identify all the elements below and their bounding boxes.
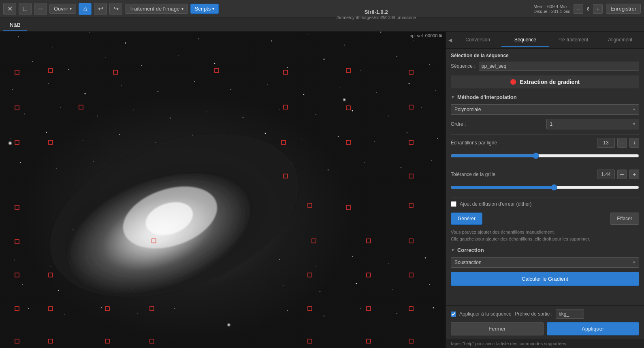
maximize-button[interactable]: □ [19,3,32,15]
svg-point-88 [392,289,393,290]
tab-conversion[interactable]: Conversion [454,34,501,47]
interpolation-section-label: Méthode d'interpolation [457,94,517,100]
tolerance-slider[interactable] [451,184,639,191]
scripts-button[interactable]: Scripts ▾ [190,4,219,14]
echantillons-row: Échantillons par ligne 13 ─ + [451,138,639,148]
image-processing-dropdown-icon: ▾ [181,6,183,11]
open-dropdown-icon: ▾ [70,6,72,11]
svg-point-93 [137,313,138,314]
cmd-hint: Taper "help" pour avoir la liste des com… [450,341,566,346]
info-line1: Vous pouvez ajouter des échantillons man… [451,229,639,236]
main-tabs: N&B [0,18,644,32]
image-processing-button[interactable]: Traitement de l'image ▾ [125,4,188,14]
svg-point-47 [316,114,316,115]
interpolation-section-header[interactable]: ▼ Méthode d'interpolation [451,94,639,100]
tolerance-value: 1.44 [597,170,615,179]
tab-pretraitement[interactable]: Pré-traitement [549,34,597,47]
dither-checkbox[interactable] [451,201,456,207]
svg-point-68 [328,170,329,171]
mem-label: Mem : 609.4 Mio [533,4,570,9]
svg-point-91 [64,314,65,315]
app-name: Siril-1.0.2 [337,9,416,15]
tolerance-minus-button[interactable]: ─ [617,170,627,179]
zoom-plus-button[interactable]: + [593,4,603,14]
tolerance-plus-button[interactable]: + [629,170,639,179]
svg-point-89 [429,284,430,285]
echantillons-minus-button[interactable]: ─ [617,138,627,148]
undo-button[interactable]: ↩ [94,3,107,15]
close-button[interactable]: ✕ [3,3,16,15]
section-selection-header: Sélection de la séquence [451,53,639,58]
svg-point-77 [316,266,316,266]
svg-point-42 [133,110,134,110]
divider-2 [451,166,639,166]
svg-point-58 [265,133,266,134]
svg-point-85 [283,285,284,286]
open-label: Ouvrir [54,6,68,12]
home-button[interactable]: ⌂ [79,3,92,15]
svg-point-49 [388,116,389,116]
svg-point-28 [85,93,86,95]
svg-point-41 [97,116,98,116]
svg-point-35 [340,87,340,88]
open-button[interactable]: Ouvrir ▾ [49,4,76,14]
svg-point-55 [156,142,156,143]
tab-alignement[interactable]: Alignement [597,34,644,47]
calculer-gradient-button[interactable]: Calculer le Gradient [451,272,639,286]
panel-content: Sélection de la séquence Séquence : Extr… [446,49,644,305]
zoom-minus-button[interactable]: ─ [574,4,583,14]
svg-point-29 [121,85,122,86]
tab-nb[interactable]: N&B [3,19,27,31]
panel-arrow-left[interactable]: ◀ [446,32,454,48]
prefix-input[interactable] [556,309,584,319]
svg-point-86 [320,291,320,292]
svg-point-87 [356,283,357,284]
svg-point-43 [170,118,171,119]
svg-point-94 [174,308,175,309]
svg-point-48 [352,110,353,112]
info-line2: Clic gauche pour ajouter des échantillon… [451,236,639,243]
red-status-dot [510,79,516,85]
correction-section-header[interactable]: ▼ Correction [451,247,639,253]
appliquer-button[interactable]: Appliquer [547,322,640,335]
svg-point-95 [287,310,288,311]
svg-point-30 [158,91,158,92]
svg-point-2 [18,37,19,37]
svg-point-15 [68,69,69,70]
image-area: pp_sel_00000.fit [0,32,446,348]
fermer-button[interactable]: Fermer [451,322,544,335]
image-filename: pp_sel_00000.fit [409,33,442,38]
correction-select[interactable]: Soustraction Division [451,257,639,268]
redo-button[interactable]: ↪ [109,3,122,15]
bottom-bar: Appliquer à la séquence Préfixe de sorti… [446,305,644,322]
dither-row: Ajout de diffusion d'erreur (dither) [451,201,639,207]
effacer-button[interactable]: Effacer [610,213,639,225]
sequence-label: Séquence : [451,63,476,69]
svg-point-90 [28,308,29,309]
svg-point-51 [10,138,11,139]
echantillons-slider[interactable] [451,153,639,159]
svg-point-26 [12,89,13,90]
apply-sequence-label: Appliquer à la séquence [459,311,512,317]
save-button[interactable]: Enregistrer [606,4,641,14]
svg-point-60 [338,136,339,137]
echantillons-plus-button[interactable]: + [629,138,639,148]
interpolation-select[interactable]: Polynomiale [451,104,639,115]
bottom-actions: Fermer Appliquer [446,322,644,339]
apply-sequence-checkbox[interactable] [451,311,456,317]
svg-point-56 [192,135,193,135]
disk-label: Disque : 201.1 Gio [533,9,570,14]
sequence-input[interactable] [479,62,639,71]
svg-point-76 [279,259,280,260]
correction-section-label: Correction [457,247,484,253]
ordre-select[interactable]: 1 2 3 4 [546,119,640,129]
echantillons-value: 13 [597,138,615,148]
section-selection-title: Sélection de la séquence [451,53,509,58]
minimize-button[interactable]: ─ [34,3,47,15]
svg-point-96 [324,316,324,316]
generer-button[interactable]: Générer [451,213,482,225]
extraction-title-row: Extraction de gradient [451,75,639,88]
svg-point-37 [409,83,410,84]
tab-sequence[interactable]: Séquence [501,34,549,47]
svg-point-13 [413,40,414,41]
